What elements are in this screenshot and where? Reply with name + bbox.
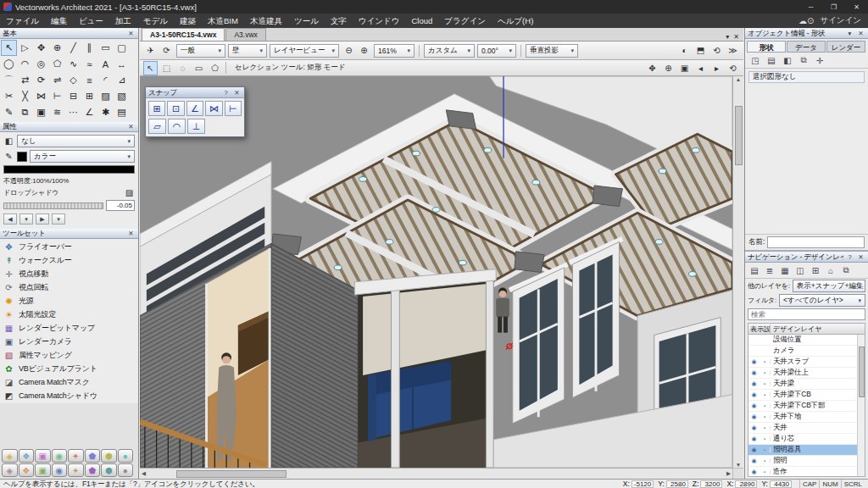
menu-item[interactable]: ヘルプ(H) bbox=[492, 14, 539, 28]
symbol-icon[interactable]: ✱ bbox=[97, 104, 114, 120]
double-line-icon[interactable]: ∥ bbox=[81, 40, 97, 56]
menu-item[interactable]: 建築 bbox=[174, 14, 202, 28]
rectangle-icon[interactable]: ▭ bbox=[97, 40, 114, 56]
visibility-eye-icon[interactable]: ◉ bbox=[748, 446, 760, 453]
saved-views-icon[interactable]: ⌂ bbox=[824, 264, 837, 276]
minimize-button[interactable]: ─ bbox=[799, 0, 822, 14]
horizontal-scroll-thumb[interactable] bbox=[176, 470, 287, 478]
flyover-mode-icon[interactable]: ⟲ bbox=[709, 43, 724, 58]
trim-icon[interactable]: ✂ bbox=[1, 88, 17, 104]
menu-item[interactable]: ツール bbox=[288, 14, 325, 28]
fit-view-icon[interactable]: ▣ bbox=[677, 61, 692, 75]
wall-style-dropdown[interactable]: 壁 bbox=[228, 44, 267, 58]
marquee-rect-icon[interactable]: ⬚ bbox=[159, 61, 174, 75]
scale-icon[interactable]: ◇ bbox=[65, 72, 81, 88]
toolset-item-light-source[interactable]: ✺光源 bbox=[0, 294, 138, 308]
design-layer-row[interactable]: カメラ bbox=[748, 346, 865, 357]
circle-icon[interactable]: ◯ bbox=[1, 56, 17, 72]
object-name-input[interactable] bbox=[767, 236, 865, 248]
close-icon[interactable]: ✕ bbox=[232, 88, 242, 97]
mode-poly-icon[interactable]: ⬠ bbox=[208, 61, 222, 75]
layer-filter-dropdown[interactable]: <すべてのレイヤ> bbox=[779, 294, 865, 307]
snap-distance-icon[interactable]: ⊢ bbox=[225, 101, 242, 116]
snap-angle-icon[interactable]: ∠ bbox=[186, 101, 203, 116]
zoom-icon[interactable]: ⊕ bbox=[49, 40, 65, 56]
layer-table-header[interactable]: 表示設... デザインレイヤ bbox=[748, 324, 865, 335]
scroll-right-icon[interactable]: ▶ bbox=[726, 470, 731, 477]
combine-icon[interactable]: ⊞ bbox=[81, 88, 97, 104]
snap-palette-titlebar[interactable]: スナップ ? ✕ bbox=[146, 87, 244, 98]
layers-icon[interactable]: ▤ bbox=[114, 104, 130, 120]
zoom-out-icon[interactable]: ⊖ bbox=[342, 43, 356, 58]
dock-tool-12-icon[interactable]: ◉ bbox=[52, 463, 68, 477]
snap-tangent-icon[interactable]: ◠ bbox=[168, 119, 186, 134]
design-layer-row[interactable]: ◉▪天井梁下CB bbox=[748, 390, 865, 401]
objinfo-tab-レンダー[interactable]: レンダー bbox=[826, 41, 865, 53]
design-layer-row[interactable]: ◉▪天井下地 bbox=[748, 412, 865, 423]
rounded-rectangle-icon[interactable]: ▢ bbox=[114, 40, 130, 56]
move-icon[interactable]: ⇄ bbox=[17, 72, 33, 88]
dock-tool-11-icon[interactable]: ▣ bbox=[35, 463, 51, 477]
visibility-eye-icon[interactable]: ◉ bbox=[748, 380, 760, 387]
group-icon[interactable]: ▣ bbox=[33, 104, 49, 120]
snap-state-icon[interactable]: ▪ bbox=[760, 381, 771, 386]
color-swatch[interactable] bbox=[17, 152, 27, 162]
arc-icon[interactable]: ◠ bbox=[17, 56, 33, 72]
dock-tool-9-icon[interactable]: ◈ bbox=[2, 463, 18, 477]
select-icon[interactable]: ↖ bbox=[1, 40, 17, 56]
clip-icon[interactable]: ⊟ bbox=[65, 88, 81, 104]
offset-icon[interactable]: ≡ bbox=[81, 72, 97, 88]
menu-item[interactable]: ファイル bbox=[0, 14, 45, 28]
clip-cube-icon[interactable]: ⬒ bbox=[693, 43, 708, 58]
snap-intersection-icon[interactable]: ⋈ bbox=[205, 101, 222, 116]
layer-view-dropdown[interactable]: レイヤービュー bbox=[270, 44, 339, 58]
mirror-icon[interactable]: ⇌ bbox=[49, 72, 65, 88]
toolset-item-camera-match-shadow[interactable]: ◩Camera Matchシャドウ bbox=[0, 389, 138, 402]
protractor-icon[interactable]: ∠ bbox=[81, 104, 97, 120]
close-icon[interactable]: ✕ bbox=[126, 229, 136, 238]
snap-grid-icon[interactable]: ⊞ bbox=[148, 101, 165, 116]
dock-tool-3-icon[interactable]: ▣ bbox=[35, 449, 51, 463]
other-layers-dropdown[interactable]: 表示+スナップ+編集 bbox=[793, 280, 865, 292]
navigation-titlebar[interactable]: ナビゲーション - デザインレイヤ ? ✕ bbox=[745, 252, 868, 263]
dock-tool-6-icon[interactable]: ⬟ bbox=[85, 449, 101, 463]
toolset-item-heliodon[interactable]: ☀太陽光設定 bbox=[0, 308, 138, 321]
dock-tool-13-icon[interactable]: ✦ bbox=[68, 463, 84, 477]
scroll-up-icon[interactable]: ▲ bbox=[736, 76, 741, 82]
snap-state-icon[interactable]: ▪ bbox=[760, 359, 771, 364]
sheet-layers-icon[interactable]: ▦ bbox=[778, 264, 792, 276]
pan-icon[interactable]: ✥ bbox=[33, 40, 49, 56]
offset-value[interactable]: -0.05 bbox=[106, 200, 135, 211]
fillet-icon[interactable]: ◜ bbox=[97, 72, 114, 88]
zoom-in-icon[interactable]: ⊕ bbox=[357, 43, 371, 58]
mode-rect-icon[interactable]: ▭ bbox=[192, 61, 206, 75]
fill-style-dropdown[interactable]: なし bbox=[17, 135, 135, 147]
endpoint-style-button[interactable]: ▶ bbox=[36, 214, 49, 225]
dock-tool-8-icon[interactable]: ● bbox=[118, 449, 134, 463]
direct-select-icon[interactable]: ▷ bbox=[17, 40, 33, 56]
close-icon[interactable]: ✕ bbox=[856, 252, 865, 262]
dock-tool-15-icon[interactable]: ⬢ bbox=[101, 463, 117, 477]
tool-plane-icon[interactable]: ✈ bbox=[143, 43, 158, 58]
toolset-palette-titlebar[interactable]: ツールセット ✕ bbox=[0, 228, 138, 239]
attribute-copy-icon[interactable]: ⧉ bbox=[17, 104, 33, 120]
snap-state-icon[interactable]: ▪ bbox=[760, 458, 771, 463]
zoom-level-dropdown[interactable]: 161% bbox=[374, 44, 415, 58]
zoom-icon[interactable]: ⊕ bbox=[661, 61, 676, 75]
line-icon[interactable]: ╱ bbox=[65, 40, 81, 56]
menu-item[interactable]: ビュー bbox=[73, 14, 109, 28]
polyline-icon[interactable]: ∿ bbox=[65, 56, 81, 72]
chamfer-icon[interactable]: ⊿ bbox=[114, 72, 130, 88]
opacity-preview-bar[interactable] bbox=[3, 165, 135, 174]
snap-state-icon[interactable]: ▪ bbox=[760, 447, 771, 452]
menu-item[interactable]: モデル bbox=[137, 14, 174, 28]
overflow-icon[interactable]: ≫ bbox=[726, 43, 740, 58]
data-mode-icon[interactable]: ▤ bbox=[765, 54, 778, 66]
ellipse-icon[interactable]: ◎ bbox=[33, 56, 49, 72]
object-info-titlebar[interactable]: オブジェクト情報 - 形状 ▾ ✕ bbox=[745, 28, 868, 39]
visibility-eye-icon[interactable]: ◉ bbox=[748, 469, 760, 475]
eyedropper-icon[interactable]: ✎ bbox=[1, 104, 17, 120]
objinfo-tab-データ[interactable]: データ bbox=[787, 41, 826, 53]
vertical-scrollbar[interactable]: ▲ ▼ bbox=[732, 76, 743, 468]
hatch-icon[interactable]: ▨ bbox=[97, 88, 114, 104]
